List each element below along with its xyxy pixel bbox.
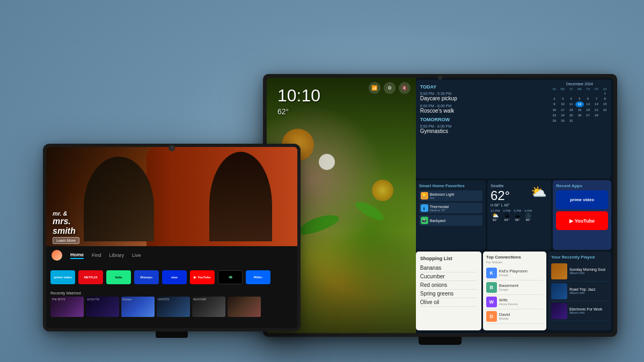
forecast-2: 3 PM 🌤 64° xyxy=(503,209,510,221)
music-title: Your Recently Played xyxy=(551,255,608,260)
recent-disney[interactable]: Disney+ xyxy=(121,297,155,317)
cal-d1: 1 xyxy=(601,91,609,96)
app-paramount[interactable]: PARA+ xyxy=(246,270,270,284)
recent-reacher[interactable]: REACHER xyxy=(192,297,225,317)
app-prime-video[interactable]: prime video xyxy=(50,270,75,284)
recent-the-boys[interactable]: THE BOYS xyxy=(50,297,84,317)
sh-cam-name: Backyard xyxy=(430,219,481,223)
large-stand xyxy=(419,337,462,345)
disney-label: Disney+ xyxy=(121,297,155,302)
cal-d2: 2 xyxy=(550,96,559,101)
device-large: 📶 ⚙ 🔇 10:10 62° lad Today xyxy=(263,74,617,337)
large-frame: 📶 ⚙ 🔇 10:10 62° lad Today xyxy=(263,74,617,337)
nav-live[interactable]: Live xyxy=(132,253,141,258)
prime-video-app[interactable]: prime video xyxy=(556,190,608,209)
mute-icon[interactable]: 🔇 xyxy=(399,82,411,94)
cal-d30: 30 xyxy=(559,118,567,123)
nav-library[interactable]: Library xyxy=(109,253,125,258)
calendar-section: Today 5:00 PM - 5:30 PM Daycare pickup 6… xyxy=(416,80,611,179)
event-3-name: Gymnastics xyxy=(420,128,607,134)
cal-d7: 7 xyxy=(592,96,601,101)
music-item-1[interactable]: Sunday Morning Soul Album info xyxy=(551,262,608,282)
cal-d13: 13 xyxy=(584,101,592,107)
connections-panel: Top Connections For Robots K Kid's Playr… xyxy=(483,252,546,331)
recent-items-list: THE BOYS ACOLYTE Disney+ GHOSTS REACHER xyxy=(50,297,293,317)
mini-calendar: December 2024 SU MO TU WE TH FR SA xyxy=(550,82,609,124)
music-2-thumb xyxy=(551,283,567,299)
nav-home[interactable]: Home xyxy=(70,252,84,259)
cal-d21: 21 xyxy=(592,107,601,113)
device-small: mr. & mrs.smith Learn More Home Find Lib… xyxy=(43,144,301,331)
forecast-4: 9 PM 🌑 65° xyxy=(524,209,532,221)
app-youtube[interactable]: ▶ YouTube xyxy=(190,270,215,284)
weather-cloud-icon: ⛅ xyxy=(531,184,547,200)
cal-d29: 29 xyxy=(550,118,559,123)
conn-2[interactable]: B Basement Dropin xyxy=(486,280,543,295)
recent-extra[interactable] xyxy=(228,297,261,317)
sh-light-name: Bedroom Light xyxy=(430,193,481,196)
cal-d19: 19 xyxy=(575,107,584,113)
conn-3-avatar: W xyxy=(486,297,497,307)
echo-top-icons: 📶 ⚙ 🔇 xyxy=(369,82,411,94)
cal-d17: 17 xyxy=(559,107,567,113)
cal-d9: 9 xyxy=(550,101,559,107)
cal-d28: 28 xyxy=(592,113,601,118)
forecast-3-temp: 59° xyxy=(514,218,521,221)
conn-1[interactable]: K Kid's Playroom Dropin xyxy=(486,266,543,280)
music-3-info: Electronic For Work Album info xyxy=(569,307,608,314)
cal-d4: 4 xyxy=(567,96,575,101)
conn-2-name: Basement xyxy=(499,283,518,288)
forecast-3-icon: ☁ xyxy=(514,212,521,218)
sh-cam-text: Backyard xyxy=(430,219,481,223)
recent-ghosts[interactable]: GHOSTS xyxy=(157,297,190,317)
small-frame: mr. & mrs.smith Learn More Home Find Lib… xyxy=(43,144,301,331)
cal-d0b: . xyxy=(559,91,567,96)
sh-light-status: On xyxy=(430,196,481,200)
music-item-2[interactable]: Road Trip: Jazz Album info xyxy=(551,282,608,301)
cal-d23: 23 xyxy=(550,113,559,118)
cal-d18: 18 xyxy=(567,107,575,113)
cal-d20: 20 xyxy=(584,107,592,113)
conn-1-info: Kid's Playroom Dropin xyxy=(499,269,528,277)
sh-thermostat[interactable]: 🌡 Thermostat Heat to 72° xyxy=(419,203,482,213)
ghosts-label: GHOSTS xyxy=(157,297,190,302)
connections-subtitle: For Robots xyxy=(486,261,543,264)
recently-watched-label: Recently Watched xyxy=(50,291,293,295)
music-item-3[interactable]: Electronic For Work Album info xyxy=(551,301,608,321)
recently-watched: Recently Watched THE BOYS ACOLYTE Disney… xyxy=(46,290,297,328)
shopping-item-5: Olive oil xyxy=(420,298,477,307)
app-max[interactable]: max xyxy=(162,270,187,284)
cal-month-label: December 2024 xyxy=(550,82,609,86)
conn-1-name: Kid's Playroom xyxy=(499,269,528,274)
recent-acolyte[interactable]: ACOLYTE xyxy=(86,297,119,317)
conn-3[interactable]: W Wife Alexa Device xyxy=(486,295,543,309)
app-peacock[interactable]: 🦚 xyxy=(218,270,243,284)
temp-display: 62° xyxy=(277,107,289,116)
app-netflix[interactable]: NETFLIX xyxy=(78,270,103,284)
music-2-title: Road Trip: Jazz xyxy=(569,287,608,291)
conn-2-avatar: B xyxy=(486,282,497,293)
youtube-app[interactable]: ▶ YouTube xyxy=(556,211,608,230)
conn-4[interactable]: D David Mobile xyxy=(486,309,543,324)
sh-thermo-text: Thermostat Heat to 72° xyxy=(430,205,481,212)
sh-thermo-name: Thermostat xyxy=(430,205,481,209)
weather-forecast: 12 PM ⛅ 62° 3 PM 🌤 64° xyxy=(491,209,548,221)
sh-bedroom-light[interactable]: 💡 Bedroom Light On xyxy=(419,190,482,201)
nav-find[interactable]: Find xyxy=(92,253,101,258)
settings-icon[interactable]: ⚙ xyxy=(384,82,396,94)
wifi-icon[interactable]: 📶 xyxy=(369,82,380,94)
learn-more-btn[interactable]: Learn More xyxy=(53,237,79,244)
small-camera-dot xyxy=(171,146,173,149)
music-2-info: Road Trip: Jazz Album info xyxy=(569,287,608,294)
app-hulu[interactable]: hulu xyxy=(106,270,131,284)
app-disney[interactable]: Disney+ xyxy=(134,270,159,284)
music-1-thumb xyxy=(551,263,567,279)
cal-d5: 5 xyxy=(575,96,584,101)
show-title: mr. & mrs.smith xyxy=(53,210,76,235)
conn-4-info: David Mobile xyxy=(499,312,510,320)
shopping-item-2: Cucumber xyxy=(420,272,477,281)
cal-d14: 14 xyxy=(592,101,601,107)
music-1-title: Sunday Morning Soul xyxy=(569,268,608,271)
sh-backyard[interactable]: 📷 Backyard xyxy=(419,215,482,226)
firetv-apps: prime video NETFLIX hulu Disney+ max ▶ Y… xyxy=(46,264,297,290)
